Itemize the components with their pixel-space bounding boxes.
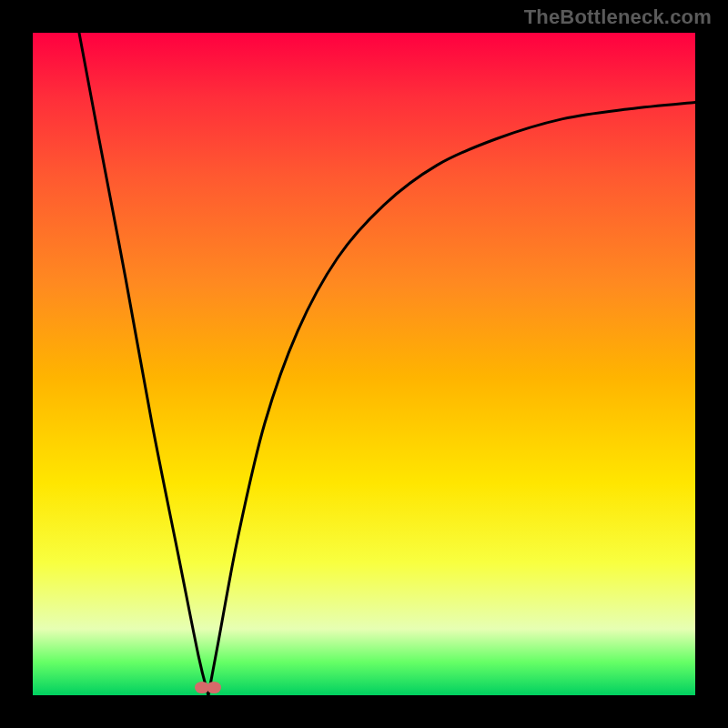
curve-right xyxy=(208,102,695,695)
plot-area xyxy=(33,33,695,695)
chart-frame: TheBottleneck.com xyxy=(0,0,728,728)
watermark-text: TheBottleneck.com xyxy=(524,5,712,29)
marker-dot xyxy=(207,682,221,693)
curve-left xyxy=(79,33,208,695)
curve-svg xyxy=(33,33,695,695)
